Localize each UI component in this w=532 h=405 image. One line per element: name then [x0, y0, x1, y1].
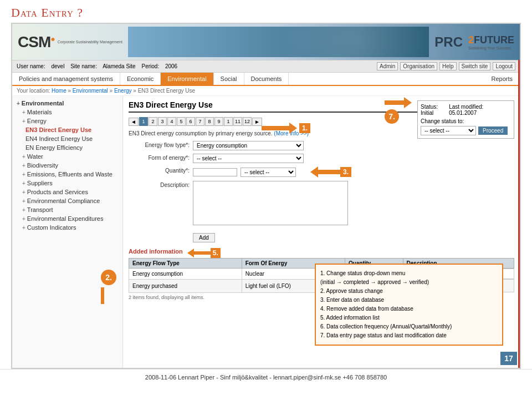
page-4[interactable]: 4: [167, 117, 176, 126]
csm-logo-text: CSM●: [18, 33, 55, 51]
page-5[interactable]: 5: [177, 117, 186, 126]
page-9[interactable]: 9: [214, 117, 223, 126]
bc-sep3: »: [133, 88, 137, 94]
proceed-button[interactable]: Proceed: [478, 126, 508, 135]
user-name-value: devel: [51, 63, 64, 69]
callout-item-1b: (initial → completed → approved → verifi…: [320, 278, 498, 287]
sidebar-item-water[interactable]: + Water: [12, 152, 122, 161]
status-value: Initial: [421, 110, 433, 116]
period-value: 2006: [165, 63, 177, 69]
expand-energy-icon: +: [22, 118, 25, 124]
page-7[interactable]: 7: [196, 117, 204, 126]
breadcrumb-environmental[interactable]: Environmental: [73, 88, 108, 94]
form-of-energy-select[interactable]: -- select --: [193, 154, 304, 163]
page-8[interactable]: 8: [205, 117, 214, 126]
energy-flow-control: Energy consumption Energy production: [193, 141, 514, 150]
sidebar-item-custom[interactable]: + Custom Indicators: [12, 223, 122, 232]
page-11[interactable]: 11: [233, 117, 242, 126]
sidebar-item-compliance[interactable]: + Environmental Compliance: [12, 196, 122, 205]
page-10[interactable]: 1: [224, 117, 233, 126]
sidebar-emissions-label: Emissions, Effluents and Waste: [27, 171, 112, 178]
add-button[interactable]: Add: [193, 233, 215, 242]
user-bar: User name: devel Site name: Alameda Site…: [12, 60, 520, 73]
modified-info: Last modified: 05.01.2007: [449, 104, 483, 116]
nav-item-social[interactable]: Social: [214, 73, 244, 85]
prc-text: PRC: [434, 34, 463, 50]
expand-suppliers-icon: +: [22, 180, 25, 186]
csm-info: Corporate Sustainability Management: [58, 40, 122, 44]
sidebar-item-biodiversity[interactable]: + Biodiversity: [12, 161, 122, 170]
user-name-label: User name:: [17, 63, 45, 69]
sidebar-compliance-label: Environmental Compliance: [27, 198, 100, 204]
page-prev[interactable]: ◄: [129, 118, 139, 126]
nav-item-policies[interactable]: Policies and management systems: [12, 73, 120, 85]
quantity-input[interactable]: [193, 168, 237, 176]
user-bar-right: Admin Organisation Help Switch site Logo…: [377, 62, 515, 70]
nav-item-reports[interactable]: Reports: [484, 73, 520, 85]
quantity-unit-select[interactable]: -- select --: [241, 168, 296, 177]
expand-materials-icon: +: [22, 109, 25, 115]
expand-water-icon: +: [22, 154, 25, 160]
page-3[interactable]: 3: [158, 117, 167, 126]
sidebar-item-transport[interactable]: + Transport: [12, 205, 122, 214]
breadcrumb-energy[interactable]: Energy: [114, 88, 132, 94]
csm-subtitle: Corporate Sustainability Management: [58, 40, 122, 44]
arrow-head-5: [187, 249, 194, 257]
sidebar-energy-label: Energy: [27, 118, 47, 124]
callout-item-6: 6. Data collection frequency (Annual/Qua…: [320, 322, 498, 331]
sidebar-en4-label: EN4 Indirect Energy Use: [25, 135, 93, 142]
col-energy-flow: Energy Flow Type: [129, 259, 242, 269]
callout-item-5: 5. Added information list: [320, 313, 498, 322]
modified-label: Last modified:: [449, 104, 483, 110]
logout-link[interactable]: Logout: [493, 62, 515, 70]
annotation-1-label: 1.: [299, 123, 310, 133]
arrow-head-3: [310, 166, 318, 178]
status-select[interactable]: -- select --: [421, 126, 476, 135]
nav-item-economic[interactable]: Economic: [120, 73, 161, 85]
arrow-body-5: [194, 251, 211, 255]
sidebar-item-en3[interactable]: EN3 Direct Energy Use: [12, 125, 122, 134]
sidebar-en-efficiency-label: EN Energy Efficiency: [25, 144, 83, 151]
quantity-row: Quantity*: -- select -- 3.: [129, 166, 514, 178]
energy-flow-select[interactable]: Energy consumption Energy production: [193, 141, 304, 150]
expand-compliance-icon: +: [22, 198, 25, 204]
nav-item-documents[interactable]: Documents: [244, 73, 289, 85]
banner-center: [128, 27, 429, 57]
slide-number: 17: [500, 352, 517, 365]
expand-emissions-icon: +: [22, 171, 25, 178]
prc-logo-area: PRC 2FUTURE Sustaining Your Success: [434, 34, 514, 50]
switch-site-link[interactable]: Switch site: [459, 62, 491, 70]
breadcrumb: Your location: Home » Environmental » En…: [12, 86, 520, 96]
callout-item-4: 4. Remove added data from database: [320, 305, 498, 313]
nav-item-environmental[interactable]: Environmental: [161, 73, 213, 85]
sidebar-item-expenditures[interactable]: + Environmental Expenditures: [12, 214, 122, 223]
breadcrumb-current: EN3 Direct Energy Use: [138, 88, 195, 94]
sidebar-materials-label: Materials: [27, 109, 52, 115]
sidebar-item-products[interactable]: + Products and Services: [12, 188, 122, 196]
help-link[interactable]: Help: [439, 62, 457, 70]
annotation-3-label: 3.: [340, 167, 351, 177]
page-2[interactable]: 2: [149, 117, 157, 126]
energy-flow-row: Energy flow type*: Energy consumption En…: [129, 141, 514, 150]
sidebar-item-emissions[interactable]: + Emissions, Effluents and Waste: [12, 170, 122, 179]
arrow-body-7: [385, 100, 404, 105]
status-info: Status: Initial: [421, 104, 438, 116]
sidebar-environmental-label: Environmental: [22, 100, 64, 107]
sidebar-item-en-efficiency[interactable]: EN Energy Efficiency: [12, 143, 122, 152]
page-6[interactable]: 6: [186, 117, 195, 126]
expand-custom-icon: +: [22, 225, 25, 231]
status-controls: -- select -- Proceed: [421, 126, 511, 135]
sidebar-item-environmental[interactable]: + Environmental: [12, 99, 122, 108]
admin-link[interactable]: Admin: [377, 62, 398, 70]
status-label: Status:: [421, 104, 438, 110]
sidebar-item-energy[interactable]: + Energy: [12, 117, 122, 125]
breadcrumb-home[interactable]: Home: [52, 88, 66, 94]
sidebar-item-suppliers[interactable]: + Suppliers: [12, 179, 122, 188]
page-next[interactable]: ►: [252, 118, 262, 126]
sidebar-item-en4[interactable]: EN4 Indirect Energy Use: [12, 134, 122, 143]
page-1[interactable]: 1: [139, 117, 148, 126]
sidebar-item-materials[interactable]: + Materials: [12, 108, 122, 117]
description-textarea[interactable]: [193, 181, 348, 225]
page-12[interactable]: 12: [243, 117, 252, 126]
organisation-link[interactable]: Organisation: [400, 62, 437, 70]
